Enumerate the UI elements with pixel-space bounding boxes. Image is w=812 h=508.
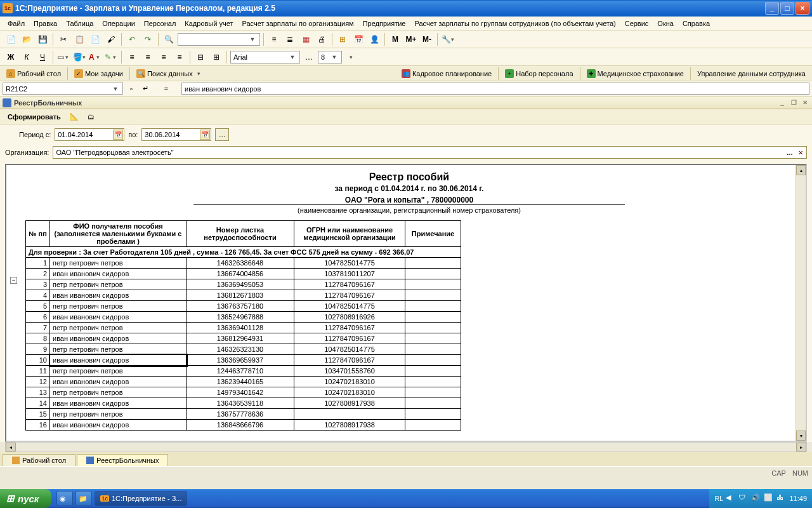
- cell-note[interactable]: [405, 312, 461, 323]
- report-scroll[interactable]: − Реестр пособий за период с 01.04.2014 …: [5, 164, 807, 442]
- cell-ogrn[interactable]: 1047825014775: [294, 258, 405, 269]
- underline-icon[interactable]: Ч: [36, 50, 49, 64]
- cell-fio[interactable]: иван иванович сидоров: [50, 290, 187, 301]
- form-action1-icon[interactable]: 📐: [67, 111, 81, 122]
- menu-payroll-groups[interactable]: Расчет зарплаты по группам сотрудников (…: [410, 18, 619, 29]
- cell-ogrn[interactable]: 1027808917938: [294, 420, 405, 431]
- cell-num[interactable]: 5: [26, 301, 50, 312]
- cell-note[interactable]: [405, 301, 461, 312]
- link-recruit[interactable]: +Набор персонала: [501, 68, 577, 79]
- cell-leaf[interactable]: 136369495053: [187, 279, 294, 290]
- align-center-icon[interactable]: ≡: [141, 50, 155, 64]
- font-color-icon[interactable]: A▾: [88, 50, 102, 64]
- copy-icon[interactable]: 📋: [72, 32, 86, 46]
- font-dialog-icon[interactable]: …: [302, 50, 316, 64]
- cell-num[interactable]: 8: [26, 333, 50, 344]
- cell-note[interactable]: [405, 355, 461, 366]
- taskbar-1c[interactable]: 1c1С:Предприятие - З...: [95, 491, 187, 506]
- tab-desktop[interactable]: Рабочий стол: [3, 454, 75, 466]
- table-row[interactable]: 12иван иванович сидоров13623944016510247…: [26, 377, 461, 387]
- cell-fio[interactable]: иван иванович сидоров: [50, 377, 187, 387]
- cell-fio[interactable]: петр петрович петров: [50, 344, 187, 355]
- cell-note[interactable]: [405, 409, 461, 420]
- cell-num[interactable]: 3: [26, 279, 50, 290]
- scroll-left-icon[interactable]: ◂: [6, 443, 16, 451]
- scroll-up-icon[interactable]: ▴: [796, 165, 806, 175]
- calendar-to-icon[interactable]: 📅: [200, 130, 210, 140]
- cell-note[interactable]: [405, 387, 461, 398]
- calc-icon[interactable]: ⊞: [336, 32, 350, 46]
- system-tray[interactable]: RL ◀ 🛡 🔊 ⬜ 🖧 11:49: [709, 489, 812, 508]
- cell-num[interactable]: 11: [26, 366, 50, 377]
- table-row[interactable]: 14иван иванович сидоров13643653911810278…: [26, 398, 461, 409]
- cell-num[interactable]: 13: [26, 387, 50, 398]
- link-plan[interactable]: 👥Кадровое планирование: [398, 68, 495, 79]
- cell-note[interactable]: [405, 366, 461, 377]
- save-icon[interactable]: 💾: [36, 32, 49, 46]
- tool-c-icon[interactable]: ▦: [299, 32, 313, 46]
- cell-note[interactable]: [405, 420, 461, 431]
- font-name-combo[interactable]: Arial▼: [230, 51, 300, 64]
- cell-btn2-icon[interactable]: ↵: [140, 83, 151, 95]
- subwin-restore-icon[interactable]: ❐: [789, 98, 798, 107]
- link-empmgmt[interactable]: Управление данными сотрудника: [693, 69, 809, 79]
- cell-note[interactable]: [405, 323, 461, 333]
- table-row[interactable]: 13петр петрович петров149793401642102470…: [26, 387, 461, 398]
- cell-fio[interactable]: петр петрович петров: [50, 258, 187, 269]
- cell-leaf[interactable]: 146326323130: [187, 344, 294, 355]
- table-row[interactable]: 3петр петрович петров1363694950531127847…: [26, 279, 461, 290]
- generate-button[interactable]: Сформировать: [5, 112, 63, 122]
- cell-num[interactable]: 4: [26, 290, 50, 301]
- redo-icon[interactable]: ↷: [141, 32, 155, 46]
- table-row[interactable]: 10иван иванович сидоров13636965993711278…: [26, 355, 461, 366]
- maximize-button[interactable]: □: [780, 2, 794, 15]
- border-icon[interactable]: ▭▾: [56, 50, 70, 64]
- menu-personnel[interactable]: Персонал: [140, 18, 180, 29]
- table-row[interactable]: 4иван иванович сидоров136812671803112784…: [26, 290, 461, 301]
- bold-icon[interactable]: Ж: [4, 50, 18, 64]
- org-input[interactable]: ОАО "Петродворцовая электросеть" … ✕: [53, 146, 807, 159]
- undo-icon[interactable]: ↶: [125, 32, 139, 46]
- tool-b-icon[interactable]: ≣: [283, 32, 297, 46]
- cell-note[interactable]: [405, 279, 461, 290]
- menu-windows[interactable]: Окна: [653, 18, 678, 29]
- merge-icon[interactable]: ⊞: [209, 50, 223, 64]
- cell-ogrn[interactable]: [294, 409, 405, 420]
- cell-note[interactable]: [405, 344, 461, 355]
- tray-icon-5[interactable]: 🖧: [776, 493, 787, 504]
- cell-leaf[interactable]: 124463778710: [187, 366, 294, 377]
- cell-ogrn[interactable]: 1037819011207: [294, 269, 405, 279]
- menu-table[interactable]: Таблица: [62, 18, 97, 29]
- period-to-input[interactable]: 30.06.2014📅: [141, 128, 211, 141]
- highlight-icon[interactable]: ✎▾: [104, 50, 118, 64]
- settings-icon[interactable]: 🔧▾: [441, 32, 455, 46]
- start-button[interactable]: ⊞пуск: [0, 489, 51, 508]
- user-icon[interactable]: 👤: [367, 32, 381, 46]
- cell-num[interactable]: 6: [26, 312, 50, 323]
- cell-fio[interactable]: петр петрович петров: [50, 279, 187, 290]
- calendar-from-icon[interactable]: 📅: [113, 130, 123, 140]
- extra-dropdown-icon[interactable]: ▾: [344, 50, 358, 64]
- cell-leaf[interactable]: 136436539118: [187, 398, 294, 409]
- cell-leaf[interactable]: 136674004856: [187, 269, 294, 279]
- cell-note[interactable]: [405, 333, 461, 344]
- cell-leaf[interactable]: 146326386648: [187, 258, 294, 269]
- cell-ogrn[interactable]: 1024702183010: [294, 377, 405, 387]
- cut-icon[interactable]: ✂: [56, 32, 70, 46]
- table-row[interactable]: 6иван иванович сидоров136524967888102780…: [26, 312, 461, 323]
- period-select-button[interactable]: …: [215, 128, 229, 141]
- link-desktop[interactable]: ⌂Рабочий стол: [3, 68, 65, 79]
- font-size-combo[interactable]: 8▼: [318, 51, 342, 64]
- cell-note[interactable]: [405, 269, 461, 279]
- cell-leaf[interactable]: 136524967888: [187, 312, 294, 323]
- tray-icon-3[interactable]: 🔊: [751, 493, 761, 504]
- link-tasks[interactable]: ✓Мои задачи: [70, 68, 127, 79]
- table-row[interactable]: 8иван иванович сидоров136812964931112784…: [26, 333, 461, 344]
- menu-edit[interactable]: Правка: [30, 18, 61, 29]
- lang-indicator[interactable]: RL: [714, 495, 723, 502]
- memory-m[interactable]: M: [388, 32, 402, 46]
- cell-ogrn[interactable]: 1027808916926: [294, 312, 405, 323]
- tray-icon-1[interactable]: ◀: [726, 493, 736, 504]
- formula-input[interactable]: иван иванович сидоров: [181, 83, 809, 95]
- cell-leaf[interactable]: 136369659937: [187, 355, 294, 366]
